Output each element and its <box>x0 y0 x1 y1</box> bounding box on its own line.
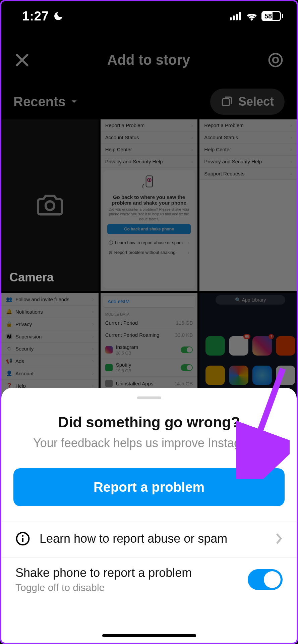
chevron-down-icon <box>69 97 79 107</box>
svg-point-7 <box>46 201 54 210</box>
album-picker[interactable]: Recents <box>13 94 79 109</box>
sheet-grabber[interactable] <box>137 396 161 399</box>
learn-report-abuse-row[interactable]: Learn how to report abuse or spam <box>1 522 297 555</box>
do-not-disturb-icon <box>53 11 64 21</box>
svg-rect-6 <box>222 99 229 106</box>
home-indicator[interactable] <box>102 634 196 637</box>
page-title: Add to story <box>107 52 190 68</box>
svg-rect-0 <box>230 17 232 20</box>
gallery-thumbnail[interactable]: Report a Problem› Account Status› Help C… <box>199 119 297 291</box>
cellular-signal-icon <box>230 12 242 20</box>
learn-report-abuse-label: Learn how to report abuse or spam <box>40 532 266 546</box>
camera-icon <box>37 194 63 216</box>
info-icon <box>15 531 30 546</box>
svg-rect-2 <box>236 14 238 20</box>
shake-toggle-subtitle: Toggle off to disable <box>15 582 192 593</box>
multi-select-button[interactable]: Select <box>210 89 285 115</box>
svg-point-12 <box>22 535 24 537</box>
svg-rect-3 <box>239 12 241 20</box>
shake-toggle-switch[interactable] <box>248 569 283 590</box>
album-picker-label: Recents <box>13 94 66 109</box>
camera-tile-label: Camera <box>9 270 91 284</box>
svg-text:!: ! <box>149 179 150 182</box>
sheet-title: Did something go wrong? <box>1 414 297 431</box>
status-time: 1:27 <box>22 9 49 23</box>
camera-tile[interactable]: Camera <box>1 119 99 291</box>
multi-select-icon <box>221 96 233 108</box>
close-icon[interactable] <box>13 51 31 69</box>
shake-toggle-title: Shake phone to report a problem <box>15 566 192 580</box>
svg-rect-1 <box>233 15 235 20</box>
gallery-thumbnail[interactable]: Report a Problem› Account Status› Help C… <box>101 119 198 291</box>
report-problem-button[interactable]: Report a problem <box>13 468 285 506</box>
svg-point-5 <box>273 57 278 63</box>
report-problem-sheet: Did something go wrong? Your feedback he… <box>1 388 297 643</box>
chevron-right-icon <box>275 533 283 545</box>
battery-icon: 58 <box>261 11 283 21</box>
status-bar: 1:27 58 <box>1 1 297 31</box>
multi-select-label: Select <box>238 95 274 109</box>
sheet-subtitle: Your feedback helps us improve Instagram… <box>1 436 297 450</box>
wifi-icon <box>245 11 258 21</box>
shake-to-report-row: Shake phone to report a problem Toggle o… <box>1 557 297 593</box>
settings-gear-icon[interactable] <box>266 51 285 69</box>
svg-point-4 <box>269 54 282 66</box>
